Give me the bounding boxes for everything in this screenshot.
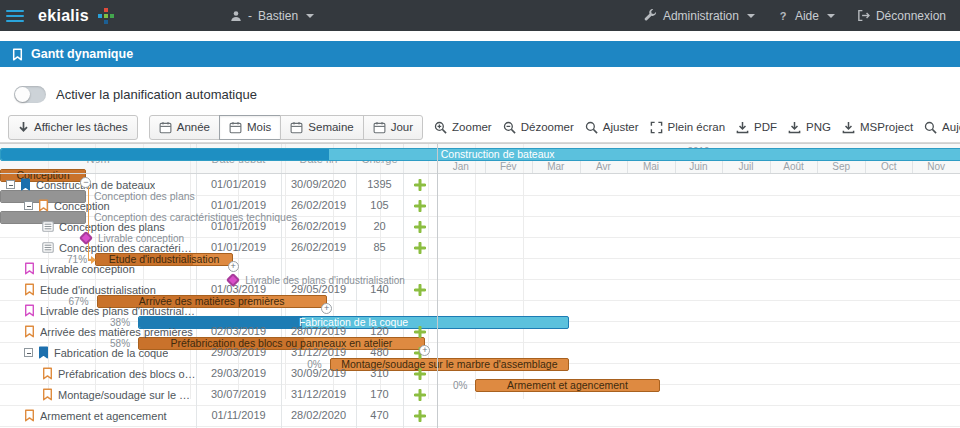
toolbar-button-plein-ecran[interactable]: Plein écran [650, 121, 726, 134]
add-task-button[interactable] [403, 195, 437, 216]
date-fin-cell: 26/02/2019 [281, 195, 356, 216]
toolbar-button-jour[interactable]: Jour [363, 115, 423, 140]
menu-aide[interactable]: ? Aide [777, 9, 835, 23]
task-row[interactable]: Etude d'industrialisation01/03/201929/05… [0, 279, 437, 300]
task-row[interactable]: Conception des plans01/01/201926/02/2019… [0, 216, 437, 237]
date-fin-cell: 31/12/2019 [281, 342, 356, 363]
task-name-cell: Conception des caractéristiques techniqu… [0, 237, 196, 258]
timeline-month-label: Mar [532, 159, 580, 174]
menu-administration[interactable]: Administration [644, 9, 755, 23]
task-row[interactable]: Conception01/01/201926/02/2019105 [0, 195, 437, 216]
task-row[interactable]: Arrivée des matières premières02/03/2019… [0, 321, 437, 342]
bookmark-pink-icon [24, 304, 35, 317]
date-debut-cell: 01/01/2019 [196, 174, 281, 195]
toolbar-button-label: Plein écran [668, 121, 726, 133]
toolbar-button-label: PDF [754, 121, 777, 133]
dependency-handle[interactable]: + [321, 303, 332, 314]
dependency-handle[interactable]: + [419, 345, 430, 356]
calendar-icon [229, 121, 242, 134]
add-task-button[interactable] [403, 384, 437, 405]
toolbar-button-pdf[interactable]: PDF [736, 121, 777, 134]
calendar-icon [290, 121, 303, 134]
date-fin-cell: 26/02/2019 [281, 237, 356, 258]
date-debut-cell: 01/03/2019 [196, 279, 281, 300]
add-task-button[interactable] [403, 279, 437, 300]
user-menu[interactable]: - Bastien [230, 9, 314, 23]
timeline-month-label: Juin [675, 159, 723, 174]
toolbar-button-label: Afficher les tâches [34, 121, 128, 133]
date-fin-cell: 26/02/2019 [281, 216, 356, 237]
timeline-month-label: Août [770, 159, 818, 174]
charge-cell: 140 [356, 279, 403, 300]
task-row[interactable]: Fabrication de la coque29/03/201931/12/2… [0, 342, 437, 363]
date-fin-cell [281, 258, 356, 279]
toolbar-button-label: Dézoomer [521, 121, 574, 133]
task-name-label: Livrable conception [40, 263, 135, 275]
auto-planning-toggle[interactable] [14, 86, 46, 103]
toolbar-button-label: Zoomer [452, 121, 492, 133]
task-name-label: Livrable des plans d'industrialisation [40, 305, 196, 317]
auto-planning-row: Activer la planification automatique [14, 86, 257, 103]
task-row[interactable]: Préfabrication des blocs ou panneaux en … [0, 363, 437, 384]
add-task-button[interactable] [403, 216, 437, 237]
chevron-down-icon [747, 14, 755, 18]
task-row[interactable]: Construction de bateaux01/01/201930/09/2… [0, 174, 437, 195]
gantt-toolbar: Afficher les tâchesAnnéeMoisSemaineJourZ… [0, 112, 960, 143]
task-row[interactable]: Livrable conception [0, 258, 437, 279]
expand-collapse-toggle[interactable] [24, 348, 33, 357]
add-task-button[interactable] [403, 321, 437, 342]
plus-icon [414, 179, 426, 191]
task-row[interactable]: Armement et agencement01/11/201928/02/20… [0, 405, 437, 426]
timeline-month-label: Jan [437, 159, 485, 174]
dependency-handle[interactable]: − [80, 177, 91, 188]
dependency-handle[interactable]: + [228, 261, 239, 272]
toolbar-button-afficher-les-taches[interactable]: Afficher les tâches [8, 115, 138, 140]
plus-icon [414, 410, 426, 422]
toolbar-button-ajuster[interactable]: Ajuster [585, 121, 639, 134]
add-task-button[interactable] [403, 237, 437, 258]
toolbar-button-dezoomer[interactable]: Dézoomer [503, 121, 574, 134]
brand-logo[interactable]: ekialis [38, 7, 89, 25]
timeline-month-label: Nov [912, 159, 960, 174]
bookmark-orange-icon [42, 367, 53, 380]
download-icon [736, 121, 749, 134]
toolbar-button-msproject[interactable]: MSProject [842, 121, 913, 134]
bookmark-blue-icon [38, 346, 49, 359]
add-task-button[interactable] [403, 174, 437, 195]
task-name-cell: Livrable des plans d'industrialisation [0, 300, 196, 321]
plus-icon [414, 242, 426, 254]
toolbar-button-png[interactable]: PNG [788, 121, 831, 134]
plus-icon [414, 284, 426, 296]
add-task-button[interactable] [403, 405, 437, 426]
gantt-bar[interactable] [475, 379, 523, 392]
date-debut-cell: 01/01/2019 [196, 237, 281, 258]
chevron-down-icon [306, 14, 314, 18]
task-name-cell: Arrivée des matières premières [0, 321, 196, 342]
plus-icon [414, 389, 426, 401]
calendar-icon [159, 121, 172, 134]
date-debut-cell: 29/03/2019 [196, 342, 281, 363]
zoom-in-icon [434, 121, 447, 134]
task-row[interactable]: Montage/soudage sur le marbre d'assembla… [0, 384, 437, 405]
task-name-label: Préfabrication des blocs ou panneaux en … [58, 368, 196, 380]
toolbar-button-zoomer[interactable]: Zoomer [434, 121, 492, 134]
charge-cell: 470 [356, 405, 403, 426]
task-name-cell: Fabrication de la coque [0, 342, 196, 363]
toolbar-button-mois[interactable]: Mois [219, 115, 281, 140]
date-debut-cell: 01/01/2019 [196, 216, 281, 237]
menu-deconnexion[interactable]: Déconnexion [857, 9, 946, 23]
hamburger-menu-icon[interactable] [0, 0, 30, 31]
expand-collapse-toggle[interactable] [6, 180, 15, 189]
user-separator: - [248, 9, 252, 23]
task-row[interactable]: Conception des caractéristiques techniqu… [0, 237, 437, 258]
toolbar-button-semaine[interactable]: Semaine [280, 115, 363, 140]
bookmark-orange-icon [38, 199, 49, 212]
toolbar-button-annee[interactable]: Année [149, 115, 220, 140]
task-name-cell: Livrable conception [0, 258, 196, 279]
expand-collapse-toggle[interactable] [24, 201, 33, 210]
toolbar-button-aujourd-hui[interactable]: Aujourd'hui [924, 121, 960, 134]
help-icon: ? [777, 10, 789, 22]
task-row[interactable]: Livrable des plans d'industrialisation [0, 300, 437, 321]
add-task-button[interactable] [403, 363, 437, 384]
bookmark-icon [12, 48, 23, 61]
